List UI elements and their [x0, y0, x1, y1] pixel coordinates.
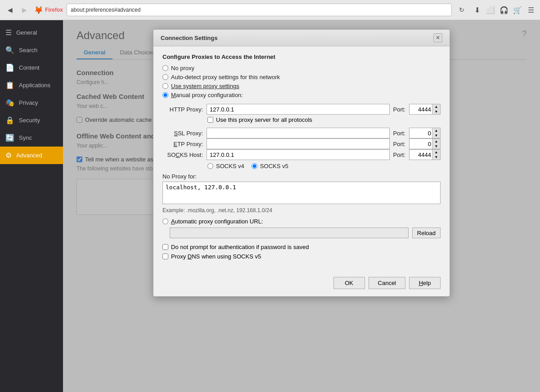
- sidebar-item-content[interactable]: 📄 Content: [0, 59, 63, 76]
- main-layout: ☰ General 🔍 Search 📄 Content 📋 Applicati…: [0, 20, 540, 392]
- dialog-titlebar: Connection Settings ✕: [153, 30, 450, 46]
- firefox-logo: 🦊 about:preferences#advanced Firefox: [34, 6, 63, 14]
- no-proxy-for-section: No Proxy for: localhost, 127.0.0.1 Examp…: [162, 173, 441, 214]
- socks-v5-label: SOCKS v5: [260, 163, 288, 169]
- system-proxy-radio[interactable]: [162, 83, 168, 89]
- url-text: about:preferences#advanced: [71, 7, 140, 13]
- auto-detect-row: Auto-detect proxy settings for this netw…: [162, 74, 441, 80]
- reload-page-button[interactable]: ↻: [455, 4, 468, 16]
- no-proxy-for-label: No Proxy for:: [162, 173, 441, 180]
- sidebar-item-security[interactable]: 🔒 Security: [0, 111, 63, 129]
- sidebar-label-content: Content: [19, 64, 40, 71]
- help-button[interactable]: Help: [409, 277, 441, 289]
- use-proxy-all-checkbox[interactable]: [207, 117, 213, 123]
- bottom-checkboxes: Do not prompt for authentication if pass…: [162, 244, 441, 260]
- content-area: ? Advanced General Data Choices Update C…: [63, 20, 540, 392]
- socks-port-label: Port:: [393, 151, 405, 158]
- http-port-container: ▲ ▼: [409, 104, 441, 115]
- socks-port-down[interactable]: ▼: [432, 155, 440, 160]
- ssl-port-up[interactable]: ▲: [432, 128, 440, 133]
- socks-port-up[interactable]: ▲: [432, 150, 440, 155]
- ftp-port-down[interactable]: ▼: [432, 144, 440, 149]
- http-port-spinner: ▲ ▼: [432, 104, 440, 114]
- no-proxy-radio[interactable]: [162, 65, 168, 71]
- socks-port-spinner: ▲ ▼: [432, 150, 440, 160]
- ftp-port-spinner: ▲ ▼: [432, 139, 440, 149]
- manual-proxy-radio[interactable]: [162, 92, 168, 98]
- http-port-up[interactable]: ▲: [432, 104, 440, 109]
- toolbar-icons: ⬇ ⬜ 🎧 🛒 ☰: [472, 4, 536, 15]
- use-proxy-all-label: Use this proxy server for all protocols: [216, 116, 312, 123]
- socks-v5-row: SOCKS v5: [252, 163, 288, 169]
- socks-version-row: SOCKS v4 SOCKS v5: [162, 163, 441, 169]
- address-bar[interactable]: about:preferences#advanced: [67, 4, 452, 16]
- forward-button[interactable]: ▶: [18, 4, 31, 16]
- sidebar-label-search: Search: [19, 47, 37, 53]
- tabs-icon[interactable]: ⬜: [485, 4, 496, 15]
- socks-v4-radio[interactable]: [207, 163, 213, 169]
- socks-v5-radio[interactable]: [252, 163, 257, 169]
- pocket-icon[interactable]: 🎧: [499, 4, 509, 15]
- sidebar-item-search[interactable]: 🔍 Search: [0, 41, 63, 59]
- sidebar-item-applications[interactable]: 📋 Applications: [0, 76, 63, 94]
- manual-proxy-row: Manual proxy configuration:: [162, 92, 441, 98]
- dialog-footer: OK Cancel Help: [153, 272, 450, 296]
- auto-proxy-radio[interactable]: [162, 218, 168, 224]
- sidebar-label-advanced: Advanced: [16, 152, 42, 159]
- shopping-icon[interactable]: 🛒: [512, 4, 523, 15]
- auto-proxy-input-row: Reload: [162, 227, 441, 238]
- system-proxy-label: Use system proxy settings: [171, 83, 239, 89]
- sidebar-label-applications: Applications: [19, 82, 50, 89]
- sidebar-item-sync[interactable]: 🔄 Sync: [0, 129, 63, 147]
- cancel-button[interactable]: Cancel: [369, 277, 405, 289]
- sidebar: ☰ General 🔍 Search 📄 Content 📋 Applicati…: [0, 20, 63, 392]
- sidebar-item-advanced[interactable]: ⚙ Advanced: [0, 147, 63, 164]
- auto-proxy-url-input[interactable]: [170, 227, 409, 238]
- advanced-icon: ⚙: [5, 151, 12, 160]
- socks-host-input[interactable]: [207, 149, 390, 160]
- http-port-down[interactable]: ▼: [432, 109, 440, 114]
- downloads-icon[interactable]: ⬇: [472, 4, 482, 15]
- dialog-title: Connection Settings: [161, 35, 217, 41]
- ftp-proxy-input[interactable]: [207, 138, 390, 149]
- nav-buttons: ◀ ▶: [4, 4, 31, 16]
- sidebar-label-security: Security: [19, 117, 40, 124]
- ssl-proxy-input[interactable]: [207, 128, 390, 138]
- socks-port-container: ▲ ▼: [409, 149, 441, 160]
- manual-proxy-label: Manual proxy configuration:: [171, 92, 243, 98]
- ok-button[interactable]: OK: [333, 277, 365, 289]
- system-proxy-row: Use system proxy settings: [162, 83, 441, 89]
- sidebar-label-general: General: [16, 29, 37, 36]
- dialog-close-button[interactable]: ✕: [433, 33, 442, 42]
- security-icon: 🔒: [5, 116, 14, 125]
- proxy-config-title: Configure Proxies to Access the Internet: [162, 53, 441, 60]
- no-proxy-textarea[interactable]: localhost, 127.0.0.1: [162, 182, 441, 204]
- ssl-port-down[interactable]: ▼: [432, 133, 440, 138]
- no-auth-prompt-checkbox[interactable]: [162, 244, 168, 250]
- socks-host-label: SOCKS Host:: [162, 151, 203, 158]
- http-proxy-input[interactable]: [207, 104, 390, 115]
- general-icon: ☰: [5, 28, 12, 37]
- ftp-port-label: Port:: [393, 141, 405, 147]
- privacy-icon: 🎭: [5, 98, 14, 107]
- sidebar-item-privacy[interactable]: 🎭 Privacy: [0, 94, 63, 111]
- proxy-dns-checkbox[interactable]: [162, 254, 168, 259]
- socks-v4-row: SOCKS v4: [207, 163, 244, 169]
- content-icon: 📄: [5, 63, 14, 72]
- sidebar-label-sync: Sync: [19, 134, 32, 141]
- auto-detect-radio[interactable]: [162, 74, 168, 80]
- connection-settings-dialog: Connection Settings ✕ Configure Proxies …: [153, 29, 450, 297]
- back-button[interactable]: ◀: [4, 4, 16, 16]
- http-proxy-row: HTTP Proxy: Port: ▲ ▼: [162, 104, 441, 115]
- no-auth-prompt-label: Do not prompt for authentication if pass…: [171, 244, 309, 250]
- proxy-dns-row: Proxy DNS when using SOCKS v5: [162, 253, 441, 260]
- dialog-body: Configure Proxies to Access the Internet…: [153, 46, 450, 272]
- menu-icon[interactable]: ☰: [526, 4, 536, 15]
- reload-button[interactable]: Reload: [412, 227, 441, 238]
- ftp-port-up[interactable]: ▲: [432, 139, 440, 144]
- no-proxy-label-text: No proxy: [171, 65, 194, 71]
- sidebar-item-general[interactable]: ☰ General: [0, 24, 63, 41]
- http-proxy-label: HTTP Proxy:: [162, 106, 203, 113]
- ssl-port-container: ▲ ▼: [409, 128, 441, 138]
- ssl-proxy-row: SSL Proxy: Port: ▲ ▼: [162, 128, 441, 138]
